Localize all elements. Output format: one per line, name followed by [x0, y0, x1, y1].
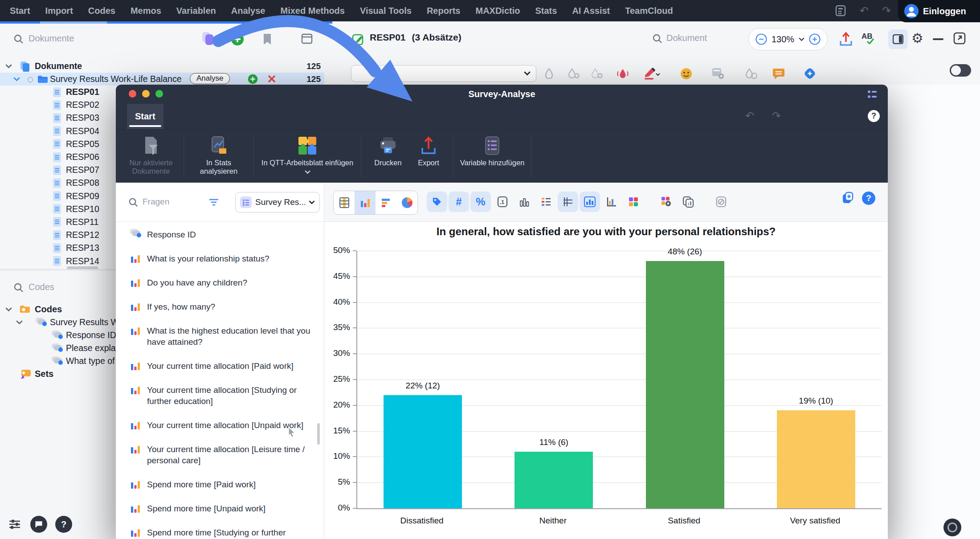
- filter-icon[interactable]: [208, 198, 219, 206]
- hide-missing-button[interactable]: [711, 192, 731, 212]
- help-icon[interactable]: ?: [868, 110, 880, 122]
- window-icon[interactable]: [301, 33, 313, 45]
- question-item[interactable]: Your current time allocation [Unpaid wor…: [130, 420, 313, 431]
- add-icon[interactable]: [231, 33, 244, 46]
- activation-dot[interactable]: [28, 77, 33, 82]
- qtt-grid-icon[interactable]: [867, 90, 877, 99]
- only-activated-documents-button[interactable]: Nur aktivierte Dokumente: [124, 134, 178, 183]
- insert-qtt-worksheet-button[interactable]: In QTT-Arbeitsblatt einfügen: [259, 134, 355, 183]
- chat-icon[interactable]: [30, 516, 47, 533]
- documents-root-row[interactable]: Dokumente 125: [0, 60, 324, 73]
- close-icon[interactable]: [267, 74, 276, 83]
- color-settings-button[interactable]: [656, 192, 677, 212]
- tab-start[interactable]: Start: [127, 104, 163, 129]
- question-item[interactable]: Your current time allocation [Studying o…: [130, 384, 313, 407]
- menu-reports[interactable]: Reports: [427, 6, 461, 16]
- document-search-input[interactable]: Dokument: [666, 33, 707, 43]
- new-document-icon[interactable]: [201, 31, 215, 46]
- chart-help-icon[interactable]: ?: [862, 192, 875, 205]
- copy-chart-style-button[interactable]: [678, 192, 698, 212]
- bar-satisfied[interactable]: [646, 261, 724, 508]
- question-item[interactable]: Spend more time [Paid work]: [130, 479, 313, 490]
- codes-search-input[interactable]: Codes: [29, 282, 54, 292]
- question-item[interactable]: Your current time allocation [Leisure ti…: [130, 444, 313, 466]
- open-external-icon[interactable]: [953, 32, 966, 45]
- code-select-dropdown[interactable]: [351, 65, 536, 82]
- absolute-count-toggle[interactable]: #: [449, 192, 469, 212]
- color-scheme-button[interactable]: [623, 192, 644, 212]
- pie-chart-button[interactable]: [396, 191, 417, 214]
- question-item[interactable]: Spend more time [Studying or further: [130, 527, 313, 538]
- chevron-down-icon[interactable]: [799, 37, 804, 41]
- bookmark-icon[interactable]: [262, 33, 273, 45]
- question-item[interactable]: Do you have any children?: [130, 277, 313, 288]
- question-item[interactable]: Spend more time [Unpaid work]: [130, 503, 313, 514]
- survey-folder-row[interactable]: Survey Results Work-Life Balance Analyse…: [0, 73, 324, 86]
- analyze-in-stats-button[interactable]: In Stats analysieren: [189, 134, 248, 183]
- legend-toggle[interactable]: [536, 192, 556, 212]
- help-icon[interactable]: ?: [55, 516, 72, 533]
- add-circle-icon[interactable]: [248, 74, 258, 84]
- menu-codes[interactable]: Codes: [88, 6, 115, 16]
- highlighter-icon[interactable]: [642, 67, 660, 80]
- settings-sliders-icon[interactable]: [8, 518, 21, 531]
- decimal-places-button[interactable]: .1: [492, 192, 513, 212]
- question-item[interactable]: What is your relationship status?: [130, 253, 313, 264]
- redo-icon[interactable]: ↷: [882, 4, 891, 17]
- menu-start[interactable]: Start: [10, 6, 30, 16]
- documents-search-input[interactable]: Dokumente: [29, 33, 74, 44]
- question-item[interactable]: Response ID: [130, 229, 313, 240]
- redo-icon[interactable]: ↷: [772, 110, 781, 122]
- menu-teamcloud[interactable]: TeamCloud: [625, 6, 673, 16]
- code-cloud-icon[interactable]: [745, 67, 757, 80]
- dark-mode-toggle[interactable]: [950, 64, 971, 77]
- print-button[interactable]: Drucken: [367, 134, 409, 183]
- gear-icon[interactable]: ⚙: [911, 30, 923, 46]
- copy-to-new-window-icon[interactable]: [841, 192, 855, 205]
- add-variable-button[interactable]: Variable hinzufügen: [459, 134, 526, 183]
- horizontal-bar-chart-button[interactable]: [376, 191, 396, 214]
- ai-assist-icon[interactable]: [804, 67, 816, 80]
- menu-import[interactable]: Import: [45, 6, 73, 16]
- framed-chart-toggle[interactable]: [580, 192, 600, 212]
- sidebar-layout-toggle[interactable]: [888, 29, 908, 49]
- keypad-icon[interactable]: [835, 5, 846, 16]
- emoji-icon[interactable]: [680, 67, 692, 80]
- percent-toggle[interactable]: %: [470, 192, 491, 212]
- login-button[interactable]: Einloggen: [898, 0, 980, 22]
- chevron-down-icon[interactable]: [5, 307, 12, 312]
- minimize-icon[interactable]: [933, 38, 943, 40]
- menu-memos[interactable]: Memos: [131, 6, 161, 16]
- survey-source-dropdown[interactable]: Survey Res...: [235, 192, 320, 212]
- memo-bubble-icon[interactable]: [772, 67, 785, 80]
- edit-document-icon[interactable]: [352, 33, 364, 45]
- bar-dissatisfied[interactable]: [384, 395, 462, 508]
- menu-analyse[interactable]: Analyse: [231, 6, 265, 16]
- export-document-icon[interactable]: [838, 31, 853, 47]
- vertical-bar-chart-button[interactable]: [355, 191, 376, 214]
- questions-scrollbar[interactable]: [317, 423, 320, 445]
- zoom-in-button[interactable]: [809, 33, 821, 45]
- undo-icon[interactable]: ↶: [860, 4, 869, 17]
- floating-action-button[interactable]: [943, 519, 961, 536]
- chevron-down-icon[interactable]: [5, 64, 12, 69]
- table-view-button[interactable]: [334, 191, 355, 214]
- bar-very-satisfied[interactable]: [777, 410, 855, 508]
- bar-neither[interactable]: [514, 452, 593, 508]
- chevron-down-icon[interactable]: [16, 320, 23, 325]
- mini-bars-button[interactable]: [514, 192, 535, 212]
- code-with-dot-icon[interactable]: [591, 67, 603, 80]
- undo-icon[interactable]: ↶: [745, 110, 754, 122]
- gridlines-toggle[interactable]: [558, 192, 578, 212]
- axes-chart-toggle[interactable]: [601, 192, 622, 212]
- code-with-plus-icon[interactable]: [568, 67, 580, 80]
- menu-maxdictio[interactable]: MAXDictio: [475, 6, 520, 16]
- dialog-titlebar[interactable]: Survey-Analyse: [116, 85, 888, 104]
- menu-mixed-methods[interactable]: Mixed Methods: [280, 6, 344, 16]
- analyse-badge[interactable]: Analyse: [190, 73, 230, 84]
- menu-ai-assist[interactable]: AI Assist: [572, 6, 610, 16]
- question-item[interactable]: What is the highest education level that…: [130, 325, 313, 347]
- menu-stats[interactable]: Stats: [535, 6, 557, 16]
- label-tag-toggle[interactable]: [427, 192, 447, 212]
- menu-variablen[interactable]: Variablen: [176, 6, 216, 16]
